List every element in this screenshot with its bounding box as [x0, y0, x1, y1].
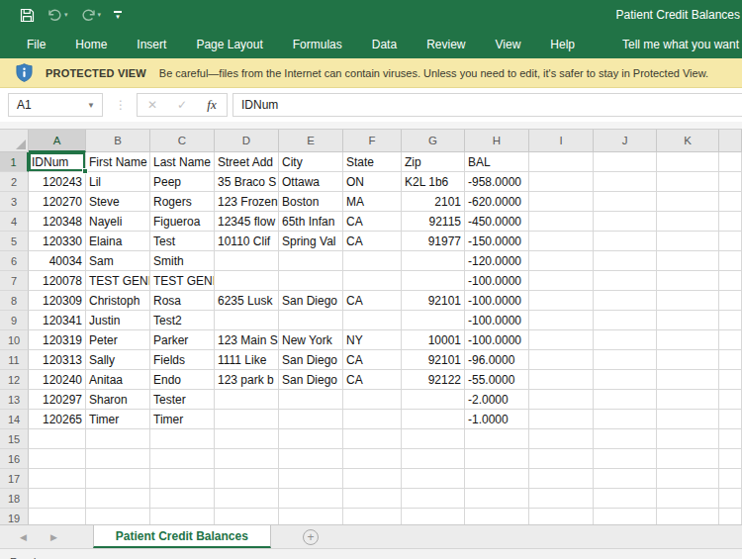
cell-C4[interactable]: Figueroa: [150, 212, 215, 232]
cell-A13[interactable]: 120297: [29, 390, 86, 410]
cell-I4[interactable]: [529, 212, 594, 232]
cell-D3[interactable]: 123 Frozen: [215, 192, 279, 212]
row-header-1[interactable]: 1: [0, 152, 29, 172]
cell-C18[interactable]: [150, 489, 215, 509]
cell-G4[interactable]: 92115: [402, 212, 465, 232]
undo-button[interactable]: ▾: [47, 9, 68, 22]
cell-partial13[interactable]: [719, 390, 742, 410]
cell-H18[interactable]: [465, 489, 529, 509]
cell-partial1[interactable]: [719, 152, 742, 172]
column-header-A[interactable]: A: [29, 130, 86, 152]
cell-B16[interactable]: [86, 449, 150, 469]
redo-button[interactable]: ▾: [81, 9, 102, 22]
ribbon-tab-file[interactable]: File: [12, 30, 60, 58]
formula-input[interactable]: IDNum: [232, 93, 742, 117]
column-header-D[interactable]: D: [215, 130, 279, 152]
row-header-18[interactable]: 18: [0, 489, 29, 509]
cell-C9[interactable]: Test2: [150, 311, 215, 330]
cell-F17[interactable]: [343, 469, 402, 489]
cell-K14[interactable]: [657, 410, 719, 429]
cell-I16[interactable]: [529, 449, 594, 469]
cell-A3[interactable]: 120270: [29, 192, 86, 212]
row-header-13[interactable]: 13: [0, 390, 29, 410]
cell-K18[interactable]: [657, 489, 719, 509]
cell-partial10[interactable]: [719, 330, 742, 350]
cell-E10[interactable]: New York: [279, 330, 343, 350]
row-header-9[interactable]: 9: [0, 311, 29, 330]
cell-A1[interactable]: IDNum: [29, 152, 86, 172]
cell-B8[interactable]: Christoph: [86, 291, 150, 311]
cell-A16[interactable]: [29, 449, 86, 469]
cell-E5[interactable]: Spring Val: [279, 232, 343, 251]
column-header-K[interactable]: K: [657, 130, 719, 152]
cell-H12[interactable]: -55.0000: [465, 370, 529, 390]
cell-G10[interactable]: 10001: [402, 330, 465, 350]
cell-I18[interactable]: [529, 489, 594, 509]
cell-K1[interactable]: [657, 152, 719, 172]
row-header-5[interactable]: 5: [0, 232, 29, 251]
cell-J9[interactable]: [594, 311, 657, 330]
cell-D7[interactable]: [215, 271, 279, 291]
cell-J12[interactable]: [594, 370, 657, 390]
cell-partial15[interactable]: [719, 429, 742, 449]
customize-quick-access-button[interactable]: ▾: [114, 11, 122, 19]
cell-G16[interactable]: [402, 449, 465, 469]
cell-H6[interactable]: -120.0000: [465, 251, 529, 271]
cell-K12[interactable]: [657, 370, 719, 390]
cell-B19[interactable]: [86, 509, 150, 524]
cell-I5[interactable]: [529, 232, 594, 251]
cell-H16[interactable]: [465, 449, 529, 469]
column-header-C[interactable]: C: [150, 130, 215, 152]
cell-J16[interactable]: [594, 449, 657, 469]
ribbon-tab-review[interactable]: Review: [412, 30, 480, 58]
cell-D9[interactable]: [215, 311, 279, 330]
cell-partial6[interactable]: [719, 251, 742, 271]
row-header-7[interactable]: 7: [0, 271, 29, 291]
cell-I15[interactable]: [529, 429, 594, 449]
row-header-14[interactable]: 14: [0, 410, 29, 429]
cell-partial14[interactable]: [719, 410, 742, 429]
cell-I1[interactable]: [529, 152, 594, 172]
cell-C2[interactable]: Peep: [150, 172, 215, 192]
cell-F14[interactable]: [343, 410, 402, 429]
cell-J17[interactable]: [594, 469, 657, 489]
row-header-2[interactable]: 2: [0, 172, 29, 192]
sheet-tab-patient-credit-balances[interactable]: Patient Credit Balances: [93, 525, 271, 548]
cell-D14[interactable]: [215, 410, 279, 429]
cell-F7[interactable]: [343, 271, 402, 291]
cell-partial9[interactable]: [719, 311, 742, 330]
cell-D6[interactable]: [215, 251, 279, 271]
cell-K3[interactable]: [657, 192, 719, 212]
cell-G5[interactable]: 91977: [402, 232, 465, 251]
cell-J3[interactable]: [594, 192, 657, 212]
cell-I8[interactable]: [529, 291, 594, 311]
cell-C6[interactable]: Smith: [150, 251, 215, 271]
cell-B1[interactable]: First Name: [86, 152, 150, 172]
cell-G7[interactable]: [402, 271, 465, 291]
row-header-17[interactable]: 17: [0, 469, 29, 489]
cell-E15[interactable]: [279, 429, 343, 449]
cell-E7[interactable]: [279, 271, 343, 291]
cell-F19[interactable]: [343, 509, 402, 524]
cell-A12[interactable]: 120240: [29, 370, 86, 390]
cell-H13[interactable]: -2.0000: [465, 390, 529, 410]
cell-G11[interactable]: 92101: [402, 350, 465, 370]
cell-G15[interactable]: [402, 429, 465, 449]
cell-A14[interactable]: 120265: [29, 410, 86, 429]
cell-K13[interactable]: [657, 390, 719, 410]
redo-dropdown-icon[interactable]: ▾: [98, 11, 102, 19]
cell-D8[interactable]: 6235 Lusk: [215, 291, 279, 311]
cell-C3[interactable]: Rogers: [150, 192, 215, 212]
cell-A17[interactable]: [29, 469, 86, 489]
cell-E1[interactable]: City: [279, 152, 343, 172]
cell-K17[interactable]: [657, 469, 719, 489]
cell-E9[interactable]: [279, 311, 343, 330]
cell-J15[interactable]: [594, 429, 657, 449]
cell-D4[interactable]: 12345 flow: [215, 212, 279, 232]
cell-J14[interactable]: [594, 410, 657, 429]
row-header-16[interactable]: 16: [0, 449, 29, 469]
cell-D15[interactable]: [215, 429, 279, 449]
cell-J19[interactable]: [594, 509, 657, 524]
cell-K4[interactable]: [657, 212, 719, 232]
sheet-prev-button[interactable]: ◀: [0, 525, 39, 548]
